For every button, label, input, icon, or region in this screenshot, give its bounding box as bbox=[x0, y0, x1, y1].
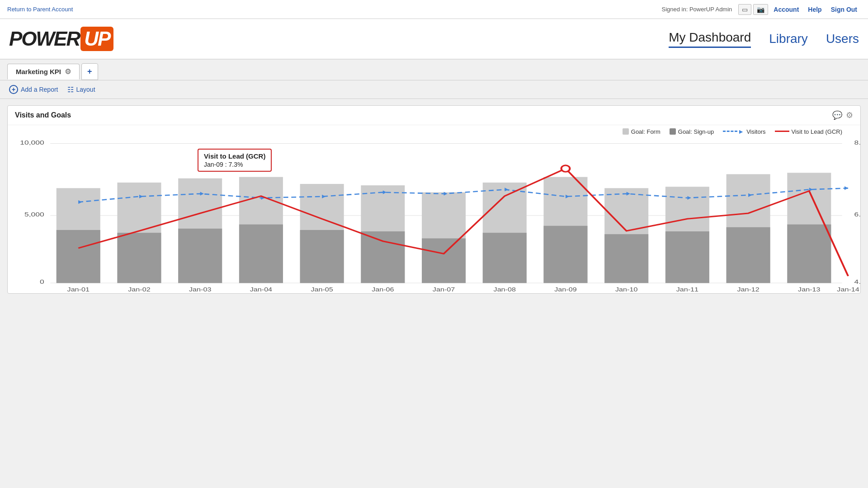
nav-users[interactable]: Users bbox=[826, 32, 859, 46]
chart-title: Visits and Goals bbox=[15, 111, 71, 119]
y-label-10000: 10,000 bbox=[20, 139, 44, 146]
legend-visit-to-lead: Visit to Lead (GCR) bbox=[775, 128, 842, 135]
bar-dark-10 bbox=[665, 231, 709, 283]
bar-dark-3 bbox=[239, 225, 283, 283]
logo: POWER UP bbox=[9, 27, 113, 51]
chart-icons: 💬 ⚙ bbox=[832, 110, 853, 120]
chart-comment-icon[interactable]: 💬 bbox=[832, 110, 842, 120]
x-label-7: Jan-08 bbox=[494, 286, 516, 293]
logo-power-text: POWER bbox=[9, 28, 80, 50]
gcr-dot-8 bbox=[561, 165, 570, 172]
legend-visit-to-lead-line bbox=[775, 131, 789, 132]
chart-card: Visits and Goals 💬 ⚙ Goal: Form Goal: Si… bbox=[7, 105, 861, 294]
add-report-label: Add a Report bbox=[21, 86, 58, 93]
help-link[interactable]: Help bbox=[804, 4, 825, 15]
legend-goal-signup-label: Goal: Sign-up bbox=[678, 128, 714, 135]
legend-visitors-label: Visitors bbox=[746, 128, 765, 135]
layout-icon: ☷ bbox=[67, 85, 74, 94]
action-bar: + Add a Report ☷ Layout bbox=[0, 80, 868, 99]
x-label-2: Jan-03 bbox=[189, 286, 211, 293]
add-tab-button[interactable]: + bbox=[81, 63, 98, 80]
bar-dark-6 bbox=[422, 239, 466, 283]
tab-settings-icon[interactable]: ⚙ bbox=[65, 67, 71, 76]
fullscreen-button[interactable]: ▭ bbox=[738, 4, 751, 15]
y-right-label-4: 4.0% bbox=[854, 278, 860, 285]
visitors-arrow-13 bbox=[844, 186, 848, 190]
x-label-11: Jan-12 bbox=[737, 286, 759, 293]
legend-goal-signup-box bbox=[670, 128, 676, 135]
legend-goal-form-box bbox=[623, 128, 629, 135]
chart-legend: Goal: Form Goal: Sign-up ► Visitors Visi… bbox=[8, 125, 860, 135]
add-report-button[interactable]: + Add a Report bbox=[9, 85, 58, 94]
x-label-1: Jan-02 bbox=[128, 286, 150, 293]
layout-button[interactable]: ☷ Layout bbox=[67, 85, 95, 94]
main-nav: My Dashboard Library Users bbox=[669, 30, 859, 48]
bar-dark-7 bbox=[483, 233, 527, 283]
chart-header: Visits and Goals 💬 ⚙ bbox=[8, 106, 860, 125]
account-link[interactable]: Account bbox=[770, 4, 802, 15]
nav-my-dashboard[interactable]: My Dashboard bbox=[669, 30, 751, 48]
tab-label: Marketing KPI bbox=[16, 68, 61, 75]
bar-dark-2 bbox=[178, 229, 222, 283]
x-label-12: Jan-13 bbox=[798, 286, 820, 293]
chart-settings-icon[interactable]: ⚙ bbox=[846, 110, 853, 120]
tab-bar: Marketing KPI ⚙ + bbox=[0, 60, 868, 80]
bar-dark-5 bbox=[361, 231, 405, 283]
x-label-0: Jan-01 bbox=[67, 286, 90, 293]
signout-link[interactable]: Sign Out bbox=[827, 4, 861, 15]
nav-library[interactable]: Library bbox=[769, 32, 808, 46]
header: POWER UP My Dashboard Library Users bbox=[0, 19, 868, 60]
bar-dark-8 bbox=[543, 226, 587, 283]
add-report-icon: + bbox=[9, 85, 18, 94]
x-label-4: Jan-05 bbox=[311, 286, 333, 293]
x-label-6: Jan-07 bbox=[433, 286, 455, 293]
legend-visit-to-lead-label: Visit to Lead (GCR) bbox=[792, 128, 842, 135]
legend-visitors-line bbox=[723, 131, 737, 132]
y-right-label-6: 6.0% bbox=[854, 211, 860, 218]
top-bar: Return to Parent Account Signed in: Powe… bbox=[0, 0, 868, 19]
legend-goal-signup: Goal: Sign-up bbox=[670, 128, 714, 135]
y-right-label-8: 8.0% bbox=[854, 139, 860, 146]
return-to-parent-link[interactable]: Return to Parent Account bbox=[7, 6, 73, 13]
bar-dark-9 bbox=[604, 234, 648, 283]
y-label-5000: 5,000 bbox=[24, 211, 44, 218]
legend-visitors: ► Visitors bbox=[723, 128, 765, 135]
bar-dark-4 bbox=[300, 230, 344, 283]
legend-goal-form: Goal: Form bbox=[623, 128, 660, 135]
top-bar-left: Return to Parent Account bbox=[7, 6, 73, 13]
logo-up-text: UP bbox=[80, 27, 113, 51]
layout-label: Layout bbox=[76, 86, 95, 93]
bar-dark-11 bbox=[726, 227, 770, 283]
bar-dark-0 bbox=[57, 230, 100, 283]
x-label-3: Jan-04 bbox=[250, 286, 272, 293]
signed-in-text: Signed in: PowerUP Admin bbox=[661, 6, 732, 13]
y-label-0: 0 bbox=[40, 278, 44, 285]
x-label-5: Jan-06 bbox=[372, 286, 394, 293]
chart-svg: 10,000 5,000 0 8.0% 6.0% 4.0% bbox=[8, 135, 860, 293]
tab-marketing-kpi[interactable]: Marketing KPI ⚙ bbox=[7, 64, 80, 80]
bar-dark-12 bbox=[787, 225, 831, 283]
x-label-13: Jan-14 bbox=[837, 286, 859, 293]
x-label-9: Jan-10 bbox=[615, 286, 637, 293]
legend-goal-form-label: Goal: Form bbox=[631, 128, 660, 135]
x-label-10: Jan-11 bbox=[676, 286, 698, 293]
x-label-8: Jan-09 bbox=[554, 286, 576, 293]
top-bar-right: Signed in: PowerUP Admin ▭ 📷 Account Hel… bbox=[661, 4, 861, 15]
bar-dark-1 bbox=[117, 233, 161, 283]
legend-visitors-arrow: ► bbox=[738, 128, 744, 135]
monitor-button[interactable]: 📷 bbox=[753, 4, 768, 15]
chart-area: 10,000 5,000 0 8.0% 6.0% 4.0% bbox=[8, 135, 860, 293]
